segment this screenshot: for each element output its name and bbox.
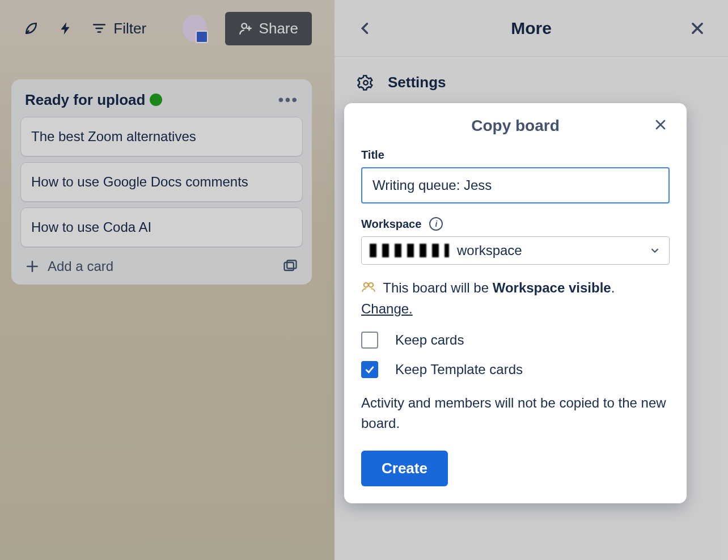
copy-hint-text: Activity and members will not be copied …	[361, 393, 670, 434]
svg-point-13	[364, 283, 369, 287]
workspace-logo	[370, 244, 449, 257]
keep-template-cards-checkbox[interactable]: Keep Template cards	[361, 361, 670, 378]
modal-title: Copy board	[361, 117, 670, 135]
title-field-label: Title	[361, 149, 670, 162]
copy-board-modal: Copy board Title Workspace i workspace T…	[344, 103, 687, 503]
checkbox-icon	[361, 332, 378, 349]
board-area: Filter Share Ready for upload ••• The be…	[0, 0, 335, 560]
chevron-down-icon	[649, 244, 661, 257]
keep-cards-checkbox[interactable]: Keep cards	[361, 332, 670, 349]
info-icon[interactable]: i	[429, 217, 443, 231]
dim-overlay	[0, 0, 335, 560]
change-visibility-link[interactable]: Change.	[361, 301, 413, 316]
svg-point-14	[369, 283, 374, 287]
title-input[interactable]	[361, 167, 670, 203]
workspace-field-label: Workspace i	[361, 217, 670, 231]
close-icon[interactable]	[654, 118, 670, 134]
visibility-text: This board will be Workspace visible. Ch…	[361, 277, 670, 319]
workspace-select[interactable]: workspace	[361, 236, 670, 265]
checkbox-checked-icon	[361, 361, 378, 378]
create-button[interactable]: Create	[361, 451, 448, 486]
